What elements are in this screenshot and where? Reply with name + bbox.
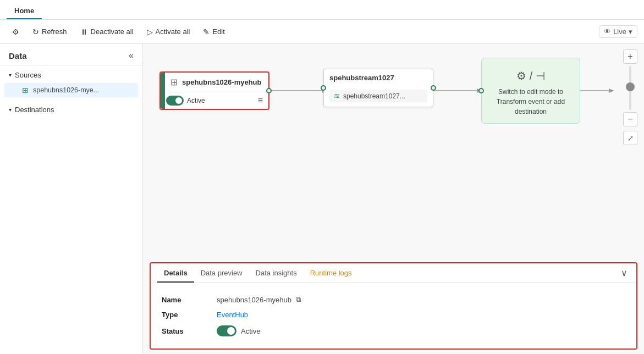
eye-icon: 👁 [604,27,611,36]
detail-row-name: Name spehubns1026-myehub ⧉ [162,292,625,307]
status-label: Status [162,327,206,335]
refresh-label: Refresh [42,27,67,36]
sources-label: Sources [15,71,41,79]
tab-home[interactable]: Home [7,2,42,19]
detail-row-type: Type EventHub [162,307,625,322]
tab-runtime-logs[interactable]: Runtime logs [304,263,359,283]
svg-marker-5 [609,88,614,93]
zoom-slider-thumb[interactable] [626,82,635,91]
source-node-bar [161,73,165,109]
source-node-title: spehubns1026-myehub [182,78,262,86]
stream-inner: ≋ spehubstream1027... [329,90,427,102]
dest-icons: ⚙ / ⊣ [516,69,546,82]
zoom-slider[interactable] [629,66,631,110]
sidebar-header: Data « [0,44,142,65]
bottom-panel: Details Data preview Data insights Runti… [150,262,637,350]
type-value: EventHub [217,311,248,319]
stream-node[interactable]: spehubstream1027 ≋ spehubstream1027... [323,69,433,107]
destinations-label: Destinations [15,106,54,114]
stream-node-header: spehubstream1027 [324,69,433,86]
name-value-text: spehubns1026-myehub [217,296,291,304]
live-badge-btn[interactable]: 👁 Live ▾ [599,25,637,38]
source-item-icon: ⊞ [22,86,29,95]
source-item-label: spehubns1026-mye... [33,86,99,94]
sidebar: Data « ▾ Sources ⊞ spehubns1026-mye... ▾… [0,44,143,354]
stream-label: spehubstream1027... [343,92,405,100]
destination-node[interactable]: ⚙ / ⊣ Switch to edit mode to Transform e… [481,58,580,124]
destinations-header[interactable]: ▾ Destinations [0,102,142,117]
settings-icon: ⚙ [12,27,19,36]
zoom-out-button[interactable]: − [623,112,637,126]
detail-row-status: Status Active [162,322,625,340]
live-label: Live [613,27,626,36]
zoom-fit-button[interactable]: ⤢ [623,131,637,145]
tab-bar: Home [0,0,644,20]
deactivate-icon: ⏸ [80,27,88,36]
zoom-in-button[interactable]: + [623,49,637,64]
slash-separator: / [530,70,533,82]
sources-header[interactable]: ▾ Sources [0,68,142,82]
dest-description: Switch to edit mode to Transform event o… [487,87,574,117]
deactivate-button[interactable]: ⏸ Deactivate all [75,25,139,39]
refresh-button[interactable]: ↻ Refresh [27,25,73,39]
source-toggle-group: Active [166,96,205,106]
source-node-icon: ⊞ [170,77,178,87]
destinations-section: ▾ Destinations [0,100,142,119]
sources-chevron-icon: ▾ [9,72,12,78]
tab-group: Details Data preview Data insights Runti… [157,263,359,283]
stream-input-dot [321,85,326,91]
panel-collapse-button[interactable]: ∨ [619,266,630,280]
activate-label: Activate all [156,27,190,36]
tab-data-preview[interactable]: Data preview [194,263,249,283]
tab-details[interactable]: Details [157,263,194,283]
deactivate-label: Deactivate all [91,27,134,36]
status-value: Active [217,325,260,336]
settings-button[interactable]: ⚙ [7,25,25,39]
activate-icon: ▷ [147,27,153,36]
edit-button[interactable]: ✎ Edit [197,25,230,39]
edit-label: Edit [212,27,224,36]
stream-node-title: spehubstream1027 [329,74,394,82]
source-node-footer: Active ≡ [161,92,268,109]
activate-button[interactable]: ▷ Activate all [141,25,196,39]
sources-section: ▾ Sources ⊞ spehubns1026-mye... [0,65,142,100]
source-active-label: Active [187,97,205,104]
source-output-dot [266,88,272,93]
type-label: Type [162,311,206,319]
source-menu-icon[interactable]: ≡ [258,96,263,106]
bottom-panel-tabs: Details Data preview Data insights Runti… [151,263,636,283]
panel-content: Name spehubns1026-myehub ⧉ Type EventHub… [151,283,636,349]
transform-icon: ⊣ [536,69,545,82]
chevron-down-icon: ▾ [629,27,632,36]
tab-data-insights[interactable]: Data insights [249,263,304,283]
sidebar-item-source[interactable]: ⊞ spehubns1026-mye... [4,83,138,97]
canvas: ⊞ spehubns1026-myehub Active ≡ spehubstr… [143,44,644,258]
sidebar-title: Data [9,51,27,60]
source-toggle[interactable] [166,96,184,106]
sidebar-collapse-button[interactable]: « [129,51,134,60]
name-value: spehubns1026-myehub ⧉ [217,295,301,304]
edit-icon: ✎ [203,27,210,36]
source-node[interactable]: ⊞ spehubns1026-myehub Active ≡ [159,71,269,110]
status-toggle[interactable] [217,325,236,336]
gear-icon: ⚙ [516,69,526,82]
destinations-chevron-icon: ▾ [9,107,12,113]
zoom-controls: + − ⤢ [623,49,637,145]
main-layout: Data « ▾ Sources ⊞ spehubns1026-mye... ▾… [0,44,644,354]
status-value-text: Active [241,327,260,335]
copy-icon[interactable]: ⧉ [296,295,301,304]
toolbar: ⚙ ↻ Refresh ⏸ Deactivate all ▷ Activate … [0,20,644,44]
dest-input-dot [478,88,484,93]
source-node-header: ⊞ spehubns1026-myehub [161,73,268,92]
name-label: Name [162,296,206,304]
stream-icon: ≋ [334,92,340,100]
canvas-area: ⊞ spehubns1026-myehub Active ≡ spehubstr… [143,44,644,354]
stream-output-dot [431,85,436,91]
refresh-icon: ↻ [32,27,39,36]
